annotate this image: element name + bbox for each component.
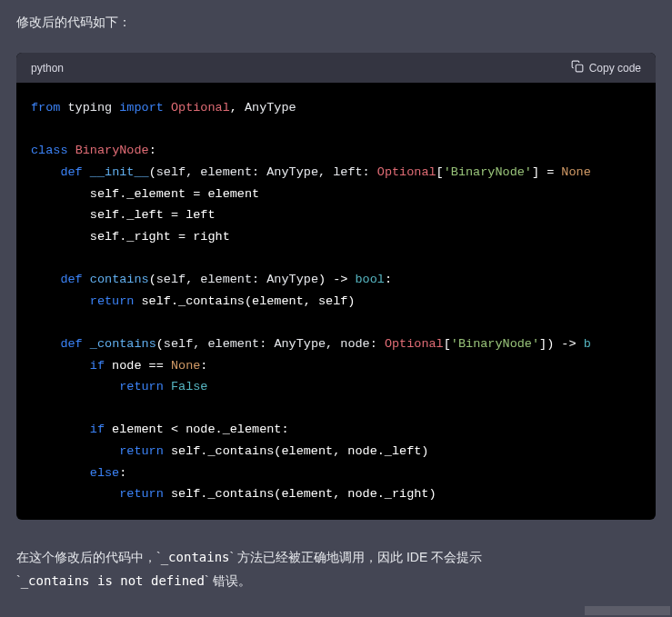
code-language-label: python xyxy=(31,62,64,75)
inline-code-1: _contains xyxy=(161,550,230,564)
copy-code-button[interactable]: Copy code xyxy=(571,60,641,75)
scrollbar-thumb[interactable] xyxy=(585,606,670,615)
outro-part3: 错误。 xyxy=(209,573,251,588)
code-block: python Copy code from typing import Opti… xyxy=(16,53,656,520)
svg-rect-0 xyxy=(576,65,583,72)
outro-text: 在这个修改后的代码中，`_contains` 方法已经被正确地调用，因此 IDE… xyxy=(16,545,656,593)
intro-text: 修改后的代码如下： xyxy=(16,15,656,31)
clipboard-icon xyxy=(571,60,584,75)
code-header: python Copy code xyxy=(16,53,656,83)
inline-code-2: _contains is not defined xyxy=(21,573,205,588)
outro-part1: 在这个修改后的代码中， xyxy=(16,550,156,564)
code-content[interactable]: from typing import Optional, AnyType cla… xyxy=(16,83,656,520)
outro-part2: 方法已经被正确地调用，因此 IDE 不会提示 xyxy=(234,550,482,564)
copy-code-label: Copy code xyxy=(589,62,641,75)
